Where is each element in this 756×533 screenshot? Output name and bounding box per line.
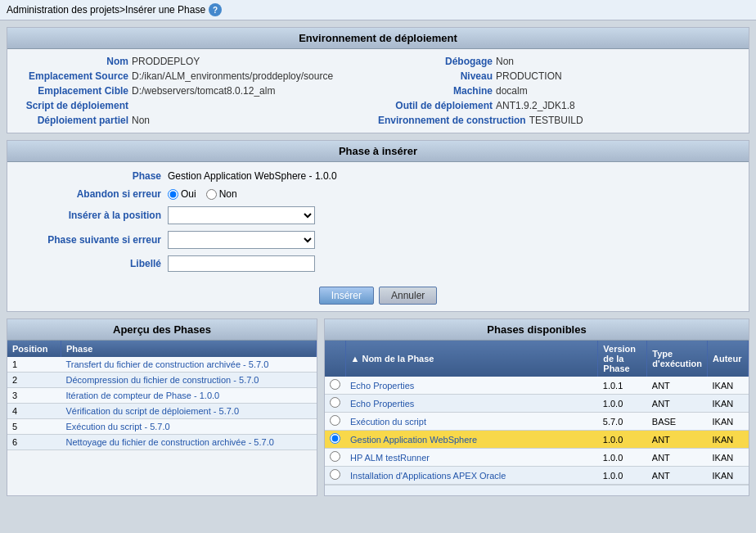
phase-inserrer-title: Phase à insérer [7,141,749,162]
type-cell: ANT [647,431,708,449]
radio-oui-text: Oui [181,188,196,200]
phases-disponibles-table-container[interactable]: ▲ Nom de la Phase Version de la Phase Ty… [325,341,749,485]
niveau-label: Niveau [378,70,493,82]
auteur-cell: IKAN [708,395,749,413]
phase-label: Phase [20,170,168,182]
script-label: Script de déploiement [14,100,128,111]
list-item[interactable]: Gestion Application WebSphere1.0.0ANTIKA… [325,431,749,449]
radio-oui[interactable] [168,189,178,200]
nom-cell[interactable]: Installation d'Applications APEX Oracle [345,467,598,485]
avail-header-row: ▲ Nom de la Phase Version de la Phase Ty… [325,341,749,377]
abandon-label: Abandon si erreur [20,188,168,200]
deployment-env-panel: Environnement de déploiement Nom PRODDEP… [7,27,749,133]
apercu-phases-table-container[interactable]: Position Phase 1Transfert du fichier de … [7,341,317,450]
inserer-button[interactable]: Insérer [319,287,374,305]
radio-non[interactable] [206,189,217,200]
phases-disponibles-title: Phases disponibles [325,319,749,341]
deployment-env-right: Débogage Non Niveau PRODUCTION Machine d… [378,54,742,128]
debogage-label: Débogage [378,56,493,67]
deployment-env-left: Nom PRODDEPLOY Emplacement Source D:/ika… [14,54,378,128]
libelle-input[interactable] [168,255,315,272]
type-cell: BASE [647,413,708,431]
niveau-row: Niveau PRODUCTION [378,69,742,84]
list-item[interactable]: Installation d'Applications APEX Oracle1… [325,467,749,485]
machine-row: Machine docalm [378,84,742,98]
nom-cell[interactable]: HP ALM testRunner [345,449,598,467]
phase-cell[interactable]: Nettoyage du fichier de construction arc… [61,435,316,450]
nom-cell[interactable]: Echo Properties [345,395,598,413]
phase-cell[interactable]: Vérification du script de déploiement - … [61,404,316,419]
list-item[interactable]: Exécution du script5.7.0BASEIKAN [325,413,749,431]
debogage-value: Non [496,56,514,67]
phase-cell[interactable]: Itération de compteur de Phase - 1.0.0 [61,388,316,404]
abandon-row: Abandon si erreur Oui Non [20,185,736,203]
radio-cell[interactable] [325,449,345,467]
auteur-cell: IKAN [708,413,749,431]
nom-cell[interactable]: Echo Properties [345,377,598,395]
machine-label: Machine [378,85,493,97]
annuler-button[interactable]: Annuler [379,287,437,305]
col-nom-header[interactable]: ▲ Nom de la Phase [345,341,598,377]
help-icon[interactable]: ? [209,3,222,16]
suivante-select[interactable] [168,231,315,249]
col-phase-header: Phase [61,341,316,357]
position-select[interactable] [168,206,315,224]
position-cell: 1 [7,357,61,373]
radio-oui-label[interactable]: Oui [168,188,196,200]
type-cell: ANT [647,377,708,395]
niveau-value: PRODUCTION [496,70,562,82]
libelle-row: Libellé [20,252,736,275]
phase-cell[interactable]: Exécution du script - 5.7.0 [61,419,316,435]
suivante-value [168,231,736,249]
auteur-cell: IKAN [708,431,749,449]
abandon-radio-group: Oui Non [168,188,736,200]
outil-label: Outil de déploiement [378,100,493,111]
horizontal-scrollbar[interactable] [325,485,749,495]
col-radio-header [325,341,345,377]
debogage-row: Débogage Non [378,54,742,69]
position-cell: 5 [7,419,61,435]
outil-value: ANT1.9.2_JDK1.8 [496,100,575,111]
nom-cell[interactable]: Exécution du script [345,413,598,431]
libelle-value [168,255,736,272]
radio-non-label[interactable]: Non [206,188,237,200]
phase-row: Phase Gestion Application WebSphere - 1.… [20,167,736,185]
position-value [168,206,736,224]
list-item[interactable]: Echo Properties1.0.1ANTIKAN [325,377,749,395]
form-buttons: Insérer Annuler [7,280,749,311]
type-cell: ANT [647,449,708,467]
version-cell: 1.0.1 [598,377,647,395]
radio-cell[interactable] [325,413,345,431]
emplacement-cible-row: Emplacement Cible D:/webservers/tomcat8.… [14,84,378,98]
auteur-cell: IKAN [708,449,749,467]
col-position-header: Position [7,341,61,357]
radio-non-text: Non [219,188,237,200]
libelle-label: Libellé [20,258,168,269]
nom-cell[interactable]: Gestion Application WebSphere [345,431,598,449]
radio-cell[interactable] [325,395,345,413]
radio-cell[interactable] [325,431,345,449]
emplacement-source-label: Emplacement Source [14,70,128,82]
deploiement-partiel-value: Non [132,115,150,126]
col-auteur-header[interactable]: Auteur [708,341,749,377]
env-construction-row: Environnement de construction TESTBUILD [378,113,742,128]
list-item[interactable]: Echo Properties1.0.0ANTIKAN [325,395,749,413]
type-cell: ANT [647,395,708,413]
table-row: 5Exécution du script - 5.7.0 [7,419,317,435]
col-type-header[interactable]: Type d'exécution [647,341,708,377]
list-item[interactable]: HP ALM testRunner1.0.0ANTIKAN [325,449,749,467]
phase-cell[interactable]: Transfert du fichier de construction arc… [61,357,316,373]
deployment-env-title: Environnement de déploiement [7,28,749,49]
col-version-header[interactable]: Version de la Phase [598,341,647,377]
apercu-header-row: Position Phase [7,341,317,357]
deploiement-partiel-label: Déploiement partiel [14,115,128,126]
auteur-cell: IKAN [708,467,749,485]
phase-cell[interactable]: Décompression du fichier de construction… [61,373,316,388]
emplacement-source-value: D:/ikan/ALM_environments/proddeploy/sour… [132,70,333,82]
radio-cell[interactable] [325,467,345,485]
nom-row: Nom PRODDEPLOY [14,54,378,69]
version-cell: 1.0.0 [598,431,647,449]
script-row: Script de déploiement [14,98,378,113]
apercu-phases-panel: Aperçu des Phases Position Phase 1Transf… [7,318,317,496]
radio-cell[interactable] [325,377,345,395]
